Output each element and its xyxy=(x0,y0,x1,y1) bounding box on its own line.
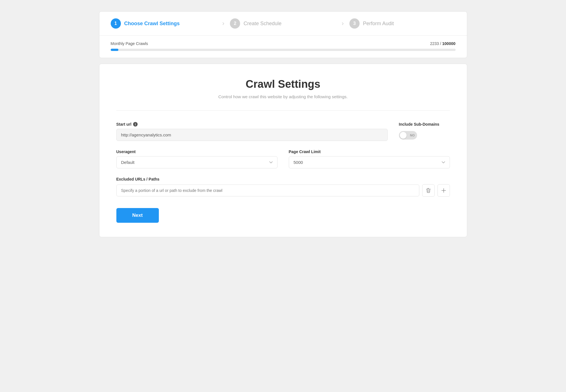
excluded-urls-input[interactable] xyxy=(116,185,419,196)
toggle-knob xyxy=(400,132,407,139)
start-url-input[interactable] xyxy=(116,129,388,141)
excluded-urls-label: Excluded URLs / Paths xyxy=(116,177,450,181)
page-wrapper: 1 Choose Crawl Settings › 2 Create Sched… xyxy=(99,11,467,237)
progress-bar-bg xyxy=(111,49,456,51)
subdomain-toggle[interactable]: NO xyxy=(399,131,417,140)
step-1: 1 Choose Crawl Settings xyxy=(111,18,217,29)
arrow-2: › xyxy=(342,20,344,27)
settings-card: Crawl Settings Control how we crawl this… xyxy=(99,64,467,237)
crawls-section: Monthly Page Crawls 2233 / 100000 xyxy=(99,36,467,58)
excluded-urls-group: Excluded URLs / Paths xyxy=(116,177,450,181)
crawls-label: Monthly Page Crawls xyxy=(111,41,148,46)
excluded-row xyxy=(116,184,450,197)
step-2: 2 Create Schedule xyxy=(230,18,336,29)
section-divider xyxy=(116,110,450,111)
arrow-1: › xyxy=(222,20,224,27)
useragent-label: Useragent xyxy=(116,149,277,154)
page-crawl-limit-group: Page Crawl Limit 100 500 1000 2500 5000 … xyxy=(289,149,450,168)
start-url-info-icon[interactable]: i xyxy=(133,122,138,127)
step-3: 3 Perform Audit xyxy=(349,18,455,29)
form-row-top: Start url i Include Sub-Domains NO xyxy=(116,122,450,141)
useragent-select[interactable]: Default Googlebot Bingbot Custom xyxy=(116,156,277,168)
form-row-two: Useragent Default Googlebot Bingbot Cust… xyxy=(116,149,450,168)
start-url-label: Start url i xyxy=(116,122,388,127)
crawls-count: 2233 / 100000 xyxy=(430,41,456,46)
step-1-circle: 1 xyxy=(111,18,121,29)
subdomain-group: Include Sub-Domains NO xyxy=(399,122,450,140)
next-button[interactable]: Next xyxy=(116,208,159,223)
steps-row: 1 Choose Crawl Settings › 2 Create Sched… xyxy=(99,12,467,36)
toggle-text: NO xyxy=(410,134,415,137)
step-3-label: Perform Audit xyxy=(363,21,394,27)
useragent-group: Useragent Default Googlebot Bingbot Cust… xyxy=(116,149,277,168)
subdomain-toggle-wrapper: NO xyxy=(399,131,450,140)
trash-icon xyxy=(426,188,431,193)
subdomain-label: Include Sub-Domains xyxy=(399,122,450,127)
progress-card: 1 Choose Crawl Settings › 2 Create Sched… xyxy=(99,11,467,58)
page-crawl-limit-label: Page Crawl Limit xyxy=(289,149,450,154)
step-3-circle: 3 xyxy=(349,18,360,29)
crawls-header: Monthly Page Crawls 2233 / 100000 xyxy=(111,41,456,46)
add-excluded-button[interactable] xyxy=(437,184,450,197)
settings-subtitle: Control how we crawl this website by adj… xyxy=(116,94,450,99)
plus-icon xyxy=(441,188,446,193)
step-2-circle: 2 xyxy=(230,18,240,29)
progress-bar-fill xyxy=(111,49,118,51)
delete-excluded-button[interactable] xyxy=(422,184,435,197)
page-crawl-limit-select[interactable]: 100 500 1000 2500 5000 10000 25000 50000 xyxy=(289,156,450,168)
settings-title: Crawl Settings xyxy=(116,78,450,90)
step-1-label: Choose Crawl Settings xyxy=(124,21,180,27)
start-url-group: Start url i xyxy=(116,122,388,141)
step-2-label: Create Schedule xyxy=(244,21,281,27)
